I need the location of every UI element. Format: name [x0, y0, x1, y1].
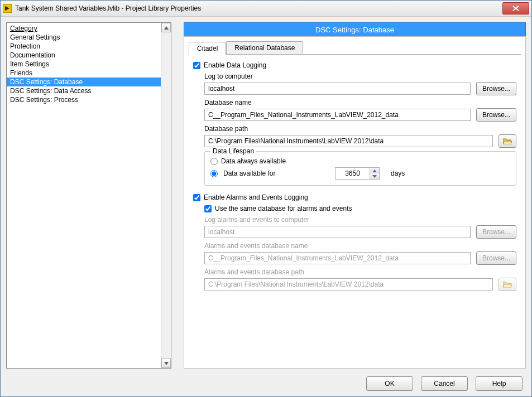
alarms-db-path-label: Alarms and events database path — [204, 268, 516, 276]
same-db-row: Use the same database for alarms and eve… — [204, 205, 516, 212]
chevron-down-icon — [372, 175, 377, 178]
cancel-button[interactable]: Cancel — [421, 376, 468, 391]
days-input[interactable] — [336, 168, 370, 179]
main-row: Category General Settings Protection Doc… — [6, 22, 526, 369]
alarms-db-name-input — [204, 252, 471, 264]
category-item-friends[interactable]: Friends — [7, 69, 161, 78]
category-scrollbar[interactable] — [161, 23, 171, 368]
tab-citadel[interactable]: Citadel — [189, 42, 226, 55]
alarms-db-name-label: Alarms and events database name — [204, 242, 516, 250]
alarms-log-to-label: Log alarms and events to computer — [204, 216, 516, 224]
tab-content-citadel: Enable Data Logging Log to computer Brow… — [189, 55, 521, 299]
alarms-log-to-browse-button: Browse... — [476, 225, 516, 239]
category-panel: Category General Settings Protection Doc… — [6, 22, 171, 369]
db-name-browse-button[interactable]: Browse... — [476, 108, 516, 122]
enable-alarms-row: Enable Alarms and Events Logging — [193, 193, 516, 201]
db-name-label: Database name — [204, 99, 516, 106]
panel-body: Citadel Relational Database Enable Data … — [184, 36, 526, 369]
days-unit-label: days — [391, 170, 405, 177]
same-db-label: Use the same database for alarms and eve… — [215, 205, 352, 212]
same-db-checkbox[interactable] — [204, 205, 212, 212]
close-icon — [512, 6, 519, 11]
data-lifespan-legend: Data Lifespan — [210, 147, 256, 155]
enable-alarms-label: Enable Alarms and Events Logging — [204, 193, 308, 201]
scroll-track[interactable] — [161, 32, 171, 359]
tab-strip: Citadel Relational Database — [189, 40, 521, 55]
panel-title: DSC Settings: Database — [184, 22, 526, 36]
category-item-item-settings[interactable]: Item Settings — [7, 60, 161, 69]
data-logging-block: Log to computer Browse... Database name … — [204, 72, 516, 186]
category-header: Category — [7, 24, 161, 33]
category-item-general[interactable]: General Settings — [7, 33, 161, 42]
alarms-db-name-browse-button: Browse... — [476, 251, 516, 265]
window-title: Tank System Shared Variables.lvlib - Pro… — [15, 4, 502, 12]
radio-always-available[interactable] — [210, 158, 218, 165]
close-button[interactable] — [502, 2, 529, 14]
svg-marker-5 — [164, 362, 169, 365]
log-to-label: Log to computer — [204, 72, 516, 80]
svg-marker-7 — [503, 141, 512, 144]
dialog-window: Tank System Shared Variables.lvlib - Pro… — [0, 0, 532, 397]
chevron-up-icon — [372, 170, 377, 172]
svg-marker-11 — [503, 284, 512, 288]
db-path-input[interactable] — [204, 135, 493, 147]
settings-panel: DSC Settings: Database Citadel Relationa… — [184, 22, 526, 369]
help-button[interactable]: Help — [476, 376, 523, 391]
chevron-down-icon — [164, 362, 169, 365]
category-item-dsc-database[interactable]: DSC Settings: Database — [7, 78, 161, 86]
alarms-db-path-browse-button — [499, 278, 516, 291]
days-spin-up[interactable] — [370, 168, 379, 173]
enable-alarms-checkbox[interactable] — [193, 194, 200, 201]
log-to-input[interactable] — [204, 83, 471, 95]
enable-data-logging-row: Enable Data Logging — [193, 61, 516, 69]
radio-always-label: Data always available — [221, 157, 286, 165]
db-name-input[interactable] — [204, 109, 471, 121]
category-item-protection[interactable]: Protection — [7, 42, 161, 51]
dialog-body: Category General Settings Protection Doc… — [1, 17, 531, 396]
svg-marker-4 — [164, 26, 169, 30]
days-spinner[interactable] — [335, 167, 380, 180]
category-list: Category General Settings Protection Doc… — [7, 23, 161, 368]
chevron-up-icon — [164, 26, 169, 30]
folder-open-icon — [503, 138, 512, 144]
folder-open-icon — [503, 281, 512, 288]
scroll-down-button[interactable] — [161, 359, 171, 368]
category-item-dsc-process[interactable]: DSC Settings: Process — [7, 95, 161, 104]
alarms-db-path-input — [204, 278, 493, 291]
radio-available-for-label: Data available for — [223, 170, 301, 177]
radio-available-for[interactable] — [210, 170, 218, 177]
category-item-documentation[interactable]: Documentation — [7, 51, 161, 60]
days-spin-down[interactable] — [370, 173, 379, 179]
enable-data-logging-label: Enable Data Logging — [204, 61, 266, 69]
app-icon — [3, 4, 12, 13]
svg-marker-8 — [372, 170, 377, 172]
svg-marker-9 — [372, 175, 377, 178]
data-lifespan-group: Data Lifespan Data always available Data… — [204, 151, 516, 186]
titlebar: Tank System Shared Variables.lvlib - Pro… — [1, 1, 531, 17]
tab-relational-database[interactable]: Relational Database — [226, 41, 303, 55]
alarms-log-to-input — [204, 226, 471, 238]
enable-data-logging-checkbox[interactable] — [193, 62, 200, 69]
alarms-block: Use the same database for alarms and eve… — [204, 205, 516, 291]
ok-button[interactable]: OK — [366, 376, 413, 391]
log-to-browse-button[interactable]: Browse... — [476, 82, 516, 95]
db-path-browse-button[interactable] — [499, 134, 516, 148]
dialog-footer: OK Cancel Help — [6, 369, 526, 391]
category-item-dsc-data-access[interactable]: DSC Settings: Data Access — [7, 86, 161, 95]
db-path-label: Database path — [204, 125, 516, 133]
scroll-up-button[interactable] — [161, 23, 171, 32]
